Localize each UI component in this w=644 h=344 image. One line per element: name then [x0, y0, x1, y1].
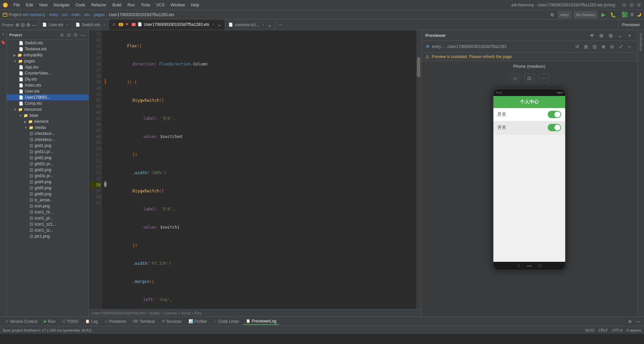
- left-icon-2[interactable]: 🔖: [1, 40, 6, 45]
- tree-item-grid2[interactable]: 🖼 grid2.png: [7, 155, 89, 161]
- tree-item-grid3c[interactable]: 🖼 grid3c.pr...: [7, 173, 89, 179]
- tab-close-user[interactable]: ×: [66, 23, 68, 27]
- tree-item-icon1-pl[interactable]: 🖼 icon1_pl...: [7, 215, 89, 221]
- phone-btn-3[interactable]: [539, 264, 541, 267]
- menu-navigate[interactable]: Navigate: [51, 2, 72, 8]
- tab-switch-ets[interactable]: 📄 Switch.ets ×: [72, 19, 109, 30]
- toggle-switch-1[interactable]: [548, 111, 561, 118]
- prev-close-button[interactable]: ×: [626, 32, 633, 39]
- tree-item-app-ets[interactable]: 📄 App.ets: [7, 64, 89, 70]
- bc-src[interactable]: src: [62, 12, 67, 17]
- notification-panel[interactable]: Notifications: [637, 30, 644, 316]
- menu-build[interactable]: Build: [110, 2, 124, 8]
- minimize-button[interactable]: ─: [622, 3, 627, 7]
- prev-layout2-btn[interactable]: ⊟: [591, 43, 598, 50]
- project-settings-btn[interactable]: ⚙: [26, 22, 31, 28]
- bottom-tab-services[interactable]: ⚙ Services: [159, 318, 184, 325]
- tab-scroll-btn[interactable]: ⌄: [217, 21, 221, 28]
- left-icon-1[interactable]: ≡: [1, 32, 6, 37]
- bottom-tab-linter[interactable]: ✓ Code Linter: [211, 318, 242, 325]
- tree-item-diy-ets[interactable]: 📄 Diy.ets: [7, 76, 89, 82]
- tree-item-resources[interactable]: ▼ 📁 resources: [7, 106, 89, 112]
- bottom-tab-problems[interactable]: ⚠ Problems: [102, 318, 129, 325]
- project-close-btn[interactable]: —: [32, 22, 37, 28]
- tree-item-grid6[interactable]: 🖼 grid6.png: [7, 191, 89, 197]
- menu-run[interactable]: Run: [125, 2, 138, 8]
- tree-item-checkbox2[interactable]: 🖼 checkbox...: [7, 137, 89, 143]
- run-button[interactable]: ▶: [600, 11, 607, 18]
- tree-hide[interactable]: —: [80, 32, 86, 38]
- phone-btn-1[interactable]: [517, 264, 520, 267]
- prev-zoom-in[interactable]: ⊕: [600, 43, 607, 50]
- tree-item-switch-ets[interactable]: 📄 Switch.ets: [7, 40, 89, 46]
- code-content[interactable]: Flex({ direction: FlexDirection.Column }…: [108, 30, 416, 309]
- tree-item-grid3[interactable]: 🖼 grid3.png: [7, 167, 89, 173]
- tab-user1706-ets[interactable]: ⚠ 2 ✖ 3 📄 User17069303301033d7f5a1283.et…: [109, 19, 225, 30]
- bottom-tab-version[interactable]: ⊙ Version Control: [3, 318, 40, 325]
- prev-zoom-btn[interactable]: ⊞: [582, 43, 590, 50]
- tree-item-checkbox1[interactable]: 🖼 checkbox...: [7, 131, 89, 137]
- prev-grid-button[interactable]: ⊞: [607, 32, 614, 39]
- menu-window[interactable]: Window: [168, 2, 188, 8]
- tree-item-icon-png[interactable]: 🖼 icon.png: [7, 203, 89, 209]
- tree-item-grid4[interactable]: 🖼 grid4.png: [7, 179, 89, 185]
- tree-collapse-all[interactable]: ⊟: [66, 32, 71, 38]
- phone-back-btn[interactable]: ◁: [510, 73, 519, 83]
- phone-home-btn[interactable]: ⊡: [525, 73, 534, 83]
- phone-btn-2[interactable]: [527, 265, 532, 266]
- phone-more-btn[interactable]: ···: [539, 73, 549, 83]
- prev-more-button[interactable]: ⌄: [616, 32, 624, 39]
- code-scrollbar[interactable]: [416, 30, 421, 309]
- tree-item-grid1c[interactable]: 🖼 grid1c.pr...: [7, 149, 89, 155]
- bottom-tab-todo[interactable]: ☑ TODO: [59, 318, 81, 325]
- tab-close-switch[interactable]: ×: [103, 23, 105, 27]
- bottom-tab-previewerlog[interactable]: 📋 PreviewerLog: [243, 318, 279, 325]
- tree-item-grid2c[interactable]: 🖼 grid2c.pr...: [7, 161, 89, 167]
- tree-item-pic1[interactable]: 🖼 pic1.png: [7, 233, 89, 239]
- menu-view[interactable]: View: [36, 2, 50, 8]
- expand-btn[interactable]: ⊕: [627, 318, 633, 325]
- bc-main[interactable]: main: [71, 12, 80, 17]
- tree-item-media[interactable]: ▼ 📁 media: [7, 125, 89, 131]
- tree-item-grid5[interactable]: 🖼 grid5.png: [7, 185, 89, 191]
- toggle-switch-2[interactable]: [548, 124, 561, 131]
- menu-vcs[interactable]: VCS: [154, 2, 167, 8]
- previewer-tab[interactable]: Previewer: [618, 19, 644, 30]
- tree-item-icon1-ht[interactable]: 🖼 icon1_ht...: [7, 209, 89, 215]
- status-charset[interactable]: UTF-8: [612, 328, 623, 332]
- tree-item-textarea-ets[interactable]: 📄 Textarea.ets: [7, 46, 89, 52]
- tree-item-user-ets[interactable]: 📄 User.ets: [7, 88, 89, 94]
- code-editor[interactable]: 3132333435 3637383940 4142434445 4647484…: [89, 30, 421, 309]
- status-crlf[interactable]: CRLF: [598, 328, 608, 332]
- bottom-tab-profiler[interactable]: 📊 Profiler: [186, 318, 210, 325]
- bottom-tab-terminal[interactable]: ⌨ Terminal: [130, 318, 157, 325]
- tab-dropdown-btn[interactable]: ⌄: [267, 21, 272, 28]
- close-button[interactable]: ×: [637, 3, 641, 7]
- tree-item-counterview[interactable]: 📄 CounterView...: [7, 70, 89, 76]
- tab-user-ets[interactable]: 📄 User.ets ×: [39, 19, 72, 30]
- tree-item-element[interactable]: ▶ 📁 element: [7, 118, 89, 125]
- bottom-tab-log[interactable]: 📋 Log: [83, 318, 101, 325]
- bc-ets[interactable]: ets: [84, 12, 90, 17]
- tree-item-entryability[interactable]: ▶ 📁 entryability: [7, 52, 89, 58]
- prev-zoom-out[interactable]: ⊖: [608, 43, 616, 50]
- menu-edit[interactable]: Edit: [23, 2, 36, 8]
- project-collapse-btn[interactable]: ⊟: [21, 22, 25, 28]
- close-panel-btn[interactable]: —: [635, 318, 641, 325]
- bc-entry[interactable]: entry: [49, 12, 58, 17]
- debug-button[interactable]: 🐛: [609, 11, 616, 18]
- menu-file[interactable]: File: [11, 2, 22, 8]
- tree-item-icon1-sz[interactable]: 🖼 icon1_sz1...: [7, 221, 89, 227]
- scrollbar-thumb[interactable]: [417, 57, 420, 77]
- maximize-button[interactable]: □: [629, 3, 634, 7]
- tab-close-common[interactable]: ×: [262, 23, 264, 27]
- prev-fit[interactable]: ⤢: [617, 43, 625, 50]
- tab-more-button[interactable]: ⋯: [275, 19, 285, 30]
- tree-item-icon1-tz[interactable]: 🖼 icon1_tz...: [7, 227, 89, 233]
- tree-item-grid1[interactable]: 🖼 grid1.png: [7, 143, 89, 149]
- tree-item-user1706-ets[interactable]: 📄 User170693...: [7, 94, 89, 100]
- tree-expand-all[interactable]: ⊕: [59, 32, 65, 38]
- settings-button[interactable]: ⚙: [549, 11, 555, 18]
- entry-selector[interactable]: entry: [558, 11, 571, 18]
- prev-rotate[interactable]: ↔: [626, 43, 633, 50]
